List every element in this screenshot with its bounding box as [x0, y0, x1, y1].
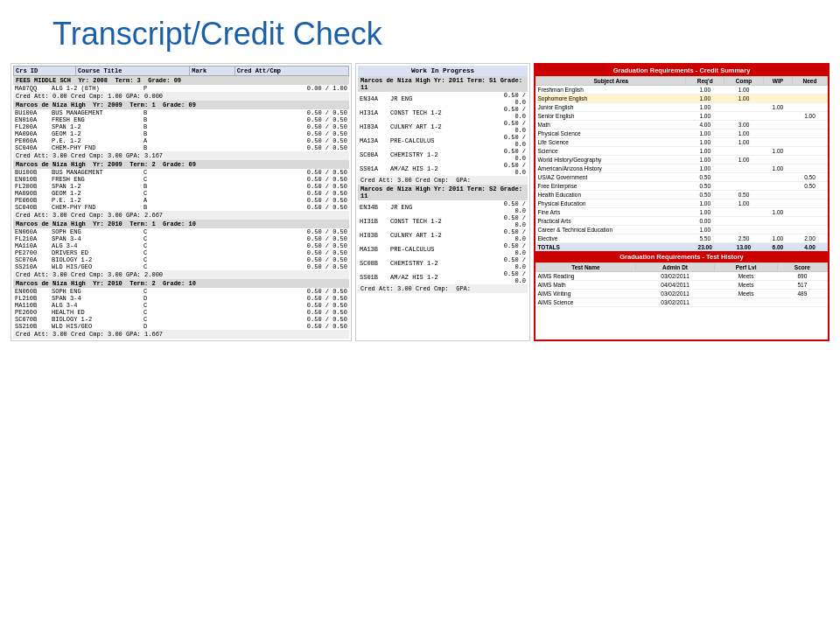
wip-course-id: SS01A — [358, 162, 388, 176]
grad-col-header-row: Subject Area Req'd Comp WIP Need — [536, 77, 828, 86]
course-mark: B — [137, 144, 153, 151]
course-cred: 0.50 / 0.50 — [153, 144, 349, 151]
course-title: P.E. 1-2 — [50, 197, 137, 204]
content-area: Crs ID Course Title Mark Cred Att/Cmp FE… — [0, 60, 840, 345]
wip-course-title: CHEMISTRY 1-2 — [388, 148, 483, 162]
test-score: 517 — [777, 281, 827, 290]
grad-col-subject: Subject Area — [536, 77, 686, 86]
table-row: MA07QQ ALG 1-2 (8TH) P 0.00 / 1.00 — [13, 85, 349, 92]
grad-subject-wip: 1.00 — [763, 103, 792, 112]
grad-subject-row: Elective 5.50 2.50 1.00 2.00 — [536, 234, 828, 243]
grad-subject-reqd: 0.50 — [686, 191, 724, 200]
course-id: MA07QQ — [13, 85, 50, 92]
wip-course-id: SS01B — [358, 270, 388, 284]
grad-subject-comp — [724, 173, 764, 182]
course-mark: A — [137, 197, 153, 204]
course-id: PE060B — [13, 197, 50, 204]
course-cred: 0.50 / 0.50 — [153, 123, 349, 130]
grad-subject-name: Physical Science — [536, 130, 686, 138]
course-id: BU100A — [13, 109, 50, 116]
grad-subject-name: Career & Technical Education — [536, 226, 686, 234]
course-title: CHEM-PHY FND — [50, 144, 137, 151]
course-id: BU100B — [13, 169, 50, 176]
wip-course-mark — [483, 200, 497, 214]
transcript-col-header: Crs ID Course Title Mark Cred Att/Cmp — [14, 66, 349, 76]
course-id: FL210A — [13, 235, 50, 242]
grad-subject-name: US/AZ Government — [536, 173, 686, 182]
grad-subject-row: World History/Geography 1.00 1.00 — [536, 156, 828, 164]
grad-rows: Freshman English 1.00 1.00 Sophomore Eng… — [536, 86, 828, 243]
grad-subject-reqd: 1.00 — [686, 94, 724, 103]
grad-subject-reqd: 1.00 — [686, 138, 724, 147]
table-row: MA090A GEOM 1-2 B 0.50 / 0.50 — [13, 130, 349, 137]
grad-subject-comp — [724, 226, 764, 234]
table-row: EN010B FRESH ENG C 0.50 / 0.50 — [13, 176, 349, 183]
wip-course-title: AM/AZ HIS 1-2 — [388, 270, 483, 284]
course-id: SS210A — [13, 263, 50, 270]
wip-course-mark — [483, 214, 497, 228]
grad-subject-name: Health Education — [536, 191, 686, 200]
transcript-panel: Crs ID Course Title Mark Cred Att/Cmp FE… — [10, 63, 352, 341]
test-admin-dt: 03/02/2011 — [635, 290, 715, 298]
wip-course-id: HI31A — [358, 106, 388, 120]
grad-subject-wip: 1.00 — [763, 208, 792, 217]
course-mark: C — [137, 235, 153, 242]
grad-subject-need — [792, 138, 827, 147]
grad-subject-row: Math 4.00 3.00 — [536, 121, 828, 130]
course-title: ALG 3-4 — [50, 242, 137, 249]
wip-course-title: PRE-CALCULUS — [388, 134, 483, 148]
course-mark: B — [137, 109, 153, 116]
test-perf-lvl: Meets — [715, 272, 777, 281]
table-row: EN34A JR ENG 0.50 / 0.0 — [358, 92, 528, 106]
course-id: EN010A — [13, 116, 50, 123]
grad-subject-comp: 3.00 — [724, 121, 764, 130]
course-mark: C — [137, 316, 153, 323]
grad-subject-row: Free Enterprise 0.50 0.50 — [536, 182, 828, 191]
grad-subject-wip — [763, 112, 792, 121]
term-summary: Cred Att: 3.00 Cred Cmp: 3.00 GPA: 2.667 — [13, 211, 349, 220]
table-row: MA13B PRE-CALCULUS 0.50 / 0.0 — [358, 242, 528, 256]
grad-subject-comp — [724, 103, 764, 112]
grad-subject-wip — [763, 138, 792, 147]
table-row: MA090B GEOM 1-2 C 0.50 / 0.50 — [13, 190, 349, 197]
wip-course-title: PRE-CALCULUS — [388, 242, 483, 256]
course-id: MA110B — [13, 302, 50, 309]
course-cred: 0.50 / 0.50 — [153, 323, 349, 330]
wip-course-id: EN34A — [358, 92, 388, 106]
grad-subject-name: Free Enterprise — [536, 182, 686, 191]
page: Transcript/Credit Check Crs ID Course Ti… — [0, 0, 840, 630]
grad-subject-row: Physical Education 1.00 1.00 — [536, 200, 828, 208]
wip-course-title: CULNRY ART 1-2 — [388, 228, 483, 242]
table-row: SS01B AM/AZ HIS 1-2 0.50 / 0.0 — [358, 270, 528, 284]
grad-subject-name: American/Arizona History — [536, 164, 686, 173]
wip-term-header: Marcos de Niza High Yr: 2011 Term: S1 Gr… — [358, 76, 528, 92]
wip-course-cred: 0.50 / 0.0 — [497, 162, 528, 176]
grad-subject-need — [792, 200, 827, 208]
term-summary-row: Cred Att: 3.00 Cred Cmp: 3.00 GPA: 2.667 — [13, 211, 349, 220]
course-cred: 0.50 / 0.50 — [153, 116, 349, 123]
wip-course-cred: 0.50 / 0.0 — [497, 242, 528, 256]
grad-subject-need — [792, 164, 827, 173]
wip-summary: Cred Att: 3.00 Cred Cmp: GPA: — [358, 176, 528, 185]
wip-course-cred: 0.50 / 0.0 — [497, 200, 528, 214]
table-row: PE2600 HEALTH ED C 0.50 / 0.50 — [13, 309, 349, 316]
test-score: 489 — [777, 290, 827, 298]
table-row: EN34B JR ENG 0.50 / 0.0 — [358, 200, 528, 214]
grad-subject-row: Practical Arts 0.00 — [536, 217, 828, 226]
wip-panel: Work In Progress Marcos de Niza High Yr:… — [355, 63, 530, 341]
grad-subject-reqd: 0.50 — [686, 173, 724, 182]
wip-summary-row: Cred Att: 3.00 Cred Cmp: GPA: — [358, 176, 528, 185]
course-title: DRIVERS ED — [50, 249, 137, 256]
grad-subject-reqd: 1.00 — [686, 200, 724, 208]
course-mark: C — [137, 263, 153, 270]
grad-subject-reqd: 1.00 — [686, 164, 724, 173]
course-title: SPAN 1-2 — [50, 123, 137, 130]
wip-course-id: MA13B — [358, 242, 388, 256]
wip-course-id: SC08A — [358, 148, 388, 162]
test-score: 690 — [777, 272, 827, 281]
term-header-label: Marcos de Niza High Yr: 2010 Term: 1 Gra… — [13, 220, 349, 228]
term-summary: Cred Att: 0.00 Cred Cmp: 1.00 GPA: 0.000 — [13, 92, 349, 101]
course-mark: B — [137, 123, 153, 130]
wip-course-cred: 0.50 / 0.0 — [497, 92, 528, 106]
course-mark: C — [137, 302, 153, 309]
